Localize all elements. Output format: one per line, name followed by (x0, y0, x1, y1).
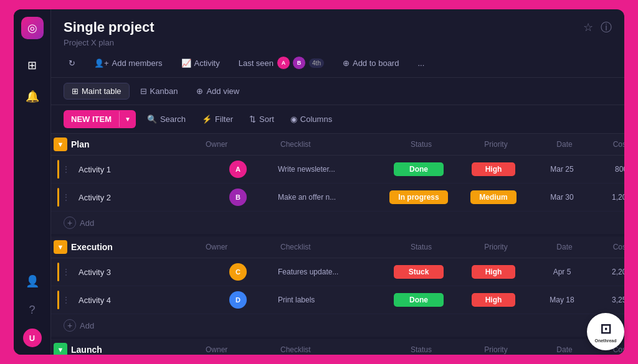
sync-button[interactable]: ↻ (64, 56, 80, 70)
status-badge-activity2[interactable]: In progress (389, 190, 447, 204)
tab-maint-table[interactable]: ⊞ Maint table (64, 83, 130, 100)
tab-kanban[interactable]: ⊟ Kanban (132, 83, 186, 100)
priority-badge-activity1[interactable]: High (472, 162, 515, 176)
section-launch: ▼ Launch Owner Checklist Status Priority… (51, 339, 624, 355)
drag-handle-icon[interactable]: ⋮ (62, 267, 70, 277)
tab-add-view[interactable]: ⊕ Add view (188, 83, 247, 100)
row-priority-activity1[interactable]: High (456, 159, 531, 180)
main-content: Single project ☆ ⓘ Project X plan ↻ 👤+ A… (51, 9, 624, 355)
row-status-activity3[interactable]: Stuck (381, 261, 456, 282)
row-name-activity1[interactable]: Activity 1 (76, 159, 201, 180)
sort-button[interactable]: ⇅ Sort (244, 111, 279, 127)
sidebar-icon-user[interactable]: 👤 (22, 271, 42, 291)
section-execution-title: Execution (71, 242, 113, 252)
new-item-button[interactable]: NEW ITEM ▼ (64, 110, 136, 128)
row-status-activity4[interactable]: Done (381, 289, 456, 310)
row-indicator-cell: ⋮ (51, 160, 76, 179)
header: Single project ☆ ⓘ Project X plan ↻ 👤+ A… (51, 9, 624, 78)
row-indicator (57, 263, 59, 281)
section-plan-title-cell: ▼ Plan (54, 138, 203, 151)
status-badge-activity1[interactable]: Done (394, 162, 444, 176)
section-launch-header: ▼ Launch Owner Checklist Status Priority… (51, 339, 624, 355)
section-execution-chevron[interactable]: ▼ (54, 240, 67, 254)
add-members-button[interactable]: 👤+ Add members (89, 56, 168, 70)
avatar-2: B (292, 56, 306, 70)
sidebar: ◎ ⊞ 🔔 👤 ? U (14, 9, 51, 355)
star-icon[interactable]: ☆ (583, 21, 593, 34)
col-checklist-plan: Checklist (278, 134, 384, 155)
owner-avatar-activity3: C (229, 263, 247, 281)
row-checklist-activity2[interactable]: Make an offer n... (275, 188, 381, 207)
priority-badge-activity3[interactable]: High (472, 265, 515, 279)
add-row-execution[interactable]: + Add (51, 314, 624, 337)
row-indicator (57, 188, 59, 207)
filter-button[interactable]: ⚡ Filter (197, 111, 238, 127)
onethread-logo: ⊡ Onethread (587, 313, 624, 350)
priority-badge-activity2[interactable]: Medium (470, 190, 516, 204)
sync-icon: ↻ (69, 58, 75, 68)
drag-handle-icon[interactable]: ⋮ (62, 192, 70, 202)
search-button[interactable]: 🔍 Search (142, 111, 191, 127)
status-badge-activity3[interactable]: Stuck (394, 265, 444, 279)
row-priority-activity3[interactable]: High (456, 261, 531, 282)
row-name-activity3[interactable]: Activity 3 (76, 261, 201, 283)
sidebar-icon-grid[interactable]: ⊞ (22, 55, 42, 75)
row-name-activity2[interactable]: Activity 2 (76, 187, 201, 208)
add-member-icon: 👤+ (94, 58, 109, 68)
row-priority-activity2[interactable]: Medium (456, 187, 531, 208)
row-date-activity3: Apr 5 (531, 263, 593, 281)
section-plan-header: ▼ Plan Owner Checklist Status Priority D… (51, 134, 624, 156)
more-options-button[interactable]: ... (412, 56, 429, 70)
section-plan-chevron[interactable]: ▼ (54, 138, 67, 151)
col-date-launch: Date (533, 339, 596, 355)
columns-button[interactable]: ◉ Columns (285, 111, 337, 127)
col-status-launch: Status (384, 339, 459, 355)
add-row-plan[interactable]: + Add (51, 212, 624, 234)
row-indicator-cell: ⋮ (51, 188, 76, 207)
info-icon[interactable]: ⓘ (601, 20, 612, 35)
col-status-exec: Status (384, 236, 459, 258)
new-item-dropdown-arrow[interactable]: ▼ (119, 111, 136, 127)
owner-avatar-activity1: A (229, 161, 247, 178)
row-name-activity4[interactable]: Activity 4 (76, 289, 201, 311)
status-badge-activity4[interactable]: Done (394, 293, 444, 307)
section-launch-title: Launch (71, 345, 102, 355)
row-cost-activity4: 3,250 (593, 291, 624, 309)
section-launch-chevron[interactable]: ▼ (54, 343, 67, 355)
row-owner-activity4: D (201, 286, 275, 314)
section-execution: ▼ Execution Owner Checklist Status Prior… (51, 236, 624, 337)
row-priority-activity4[interactable]: High (456, 289, 531, 310)
kanban-icon: ⊟ (140, 86, 147, 96)
col-date-exec: Date (533, 236, 596, 258)
col-cost-plan: Cost/$ (596, 134, 624, 155)
activity-button[interactable]: 📈 Activity (176, 56, 225, 70)
priority-badge-activity4[interactable]: High (472, 293, 515, 307)
sidebar-icon-bell[interactable]: 🔔 (22, 86, 42, 106)
app-logo[interactable]: ◎ (21, 17, 44, 39)
avatar-1: A (277, 56, 290, 70)
section-execution-title-cell: ▼ Execution (54, 240, 203, 254)
col-owner-plan: Owner (203, 134, 278, 155)
activity-icon: 📈 (181, 58, 191, 68)
user-avatar[interactable]: U (23, 329, 42, 347)
row-date-activity2: Mar 30 (531, 188, 593, 207)
drag-handle-icon[interactable]: ⋮ (62, 295, 70, 305)
row-status-activity2[interactable]: In progress (381, 187, 456, 208)
onethread-icon: ⊡ (600, 321, 611, 337)
row-cost-activity2: 1,200 (593, 188, 624, 207)
row-status-activity1[interactable]: Done (381, 159, 456, 180)
row-indicator (57, 291, 59, 309)
owner-avatar-activity4: D (229, 291, 247, 309)
row-checklist-activity1[interactable]: Write newsleter... (275, 160, 381, 179)
add-to-board-button[interactable]: ⊕ Add to board (338, 56, 404, 70)
toolbar: NEW ITEM ▼ 🔍 Search ⚡ Filter ⇅ Sort ◉ Co… (51, 105, 624, 134)
table-icon: ⊞ (72, 86, 79, 96)
row-checklist-activity4[interactable]: Print labels (275, 291, 381, 309)
table-row: ⋮ Activity 1 A Write newsleter... Done H… (51, 156, 624, 184)
row-owner-activity3: C (201, 258, 275, 286)
row-checklist-activity3[interactable]: Features update... (275, 263, 381, 281)
filter-icon: ⚡ (202, 114, 212, 124)
sidebar-icon-help[interactable]: ? (22, 300, 42, 320)
section-plan-title: Plan (71, 139, 90, 149)
drag-handle-icon[interactable]: ⋮ (62, 164, 70, 174)
